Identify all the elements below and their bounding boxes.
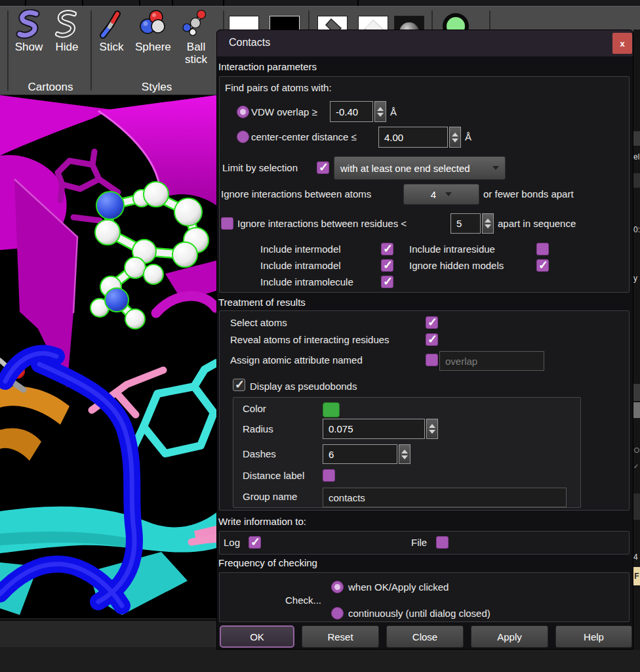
- write-info-group: Log File: [219, 531, 630, 555]
- style-stick-button[interactable]: Stick: [97, 9, 126, 53]
- cartoon-show-button[interactable]: Show: [14, 9, 43, 53]
- panel-fragment: [633, 402, 640, 418]
- assign-attribute-checkbox[interactable]: [426, 354, 438, 366]
- center-distance-radio[interactable]: [237, 131, 249, 143]
- tab-divider: [357, 0, 359, 6]
- tool-label: Hide: [56, 41, 79, 53]
- tool-label: Ball stick: [181, 41, 211, 66]
- check-continuously-label: continuously (until dialog closed): [348, 608, 490, 619]
- log-checkbox[interactable]: [249, 536, 261, 549]
- stick-icon: [97, 9, 126, 39]
- ball-stick-icon: [182, 9, 210, 39]
- reset-button[interactable]: Reset: [302, 625, 379, 648]
- status-strip: [0, 647, 640, 672]
- check-continuously-radio[interactable]: [331, 607, 344, 620]
- cartoon-hide-button[interactable]: Hide: [52, 9, 81, 53]
- panel-text-fragment: y: [633, 274, 640, 283]
- side-panel-sliver: el 0: y ✓ 4 F: [633, 30, 640, 650]
- chevron-down-icon: [492, 166, 499, 170]
- dashes-spinbox[interactable]: 6: [323, 444, 410, 464]
- vdw-overlap-label: VDW overlap ≥: [251, 106, 317, 117]
- close-dialog-button[interactable]: Close: [386, 625, 464, 648]
- dialog-titlebar[interactable]: Contacts x: [217, 30, 633, 56]
- radius-value[interactable]: 0.075: [323, 419, 425, 439]
- select-atoms-checkbox[interactable]: [426, 316, 438, 329]
- limit-selection-value: with at least one end selected: [340, 163, 470, 174]
- include-intramodel-checkbox[interactable]: [381, 259, 393, 272]
- file-checkbox[interactable]: [436, 536, 449, 549]
- help-button[interactable]: Help: [555, 625, 632, 648]
- include-intermodel-label: Include intermodel: [260, 243, 341, 255]
- center-distance-unit: Å: [465, 131, 471, 142]
- pseudobond-color-button[interactable]: [323, 402, 340, 417]
- residues-apart-label-pre: Ignore interactions between residues <: [237, 218, 407, 229]
- panel-tan-fragment: F: [633, 567, 640, 585]
- bonds-apart-value: 4: [431, 189, 436, 200]
- reveal-atoms-checkbox[interactable]: [426, 333, 438, 346]
- pseudobond-options-group: Color Radius 0.075 Dashes 6 Distance lab…: [233, 397, 581, 508]
- contacts-dialog: Contacts x Interaction parameters Find p…: [216, 30, 633, 650]
- chevron-down-icon: [445, 192, 452, 196]
- panel-text-fragment: el: [633, 152, 640, 161]
- dashes-value[interactable]: 6: [323, 444, 397, 464]
- center-distance-value[interactable]: 4.00: [378, 127, 448, 148]
- limit-selection-combo[interactable]: with at least one end selected: [334, 156, 506, 180]
- panel-fragment: [633, 131, 640, 146]
- vdw-overlap-spinbox[interactable]: -0.40: [330, 101, 386, 122]
- residues-apart-spinbox[interactable]: 5: [450, 213, 494, 234]
- attribute-name-input[interactable]: [439, 351, 544, 371]
- limit-selection-checkbox[interactable]: [317, 161, 329, 174]
- residues-apart-value[interactable]: 5: [450, 213, 481, 234]
- center-distance-label: center-center distance ≤: [251, 131, 357, 142]
- vdw-overlap-value[interactable]: -0.40: [330, 101, 373, 122]
- group-name-label: Group name: [243, 491, 297, 502]
- check-fragment: ✓: [633, 463, 640, 470]
- molecular-viewport[interactable]: [0, 95, 216, 618]
- section-frequency: Frequency of checking: [218, 557, 317, 568]
- center-distance-spin-arrows[interactable]: [449, 127, 461, 148]
- check-on-apply-label: when OK/Apply clicked: [348, 581, 449, 593]
- style-ballstick-button[interactable]: Ball stick: [181, 9, 211, 66]
- tool-label: Stick: [100, 41, 124, 53]
- radius-spinbox[interactable]: 0.075: [323, 419, 438, 439]
- panel-fragment: [633, 494, 640, 520]
- dialog-title: Contacts: [229, 37, 270, 49]
- close-button[interactable]: x: [612, 33, 632, 54]
- ok-button[interactable]: OK: [220, 625, 294, 648]
- residues-apart-checkbox[interactable]: [221, 217, 233, 230]
- apply-button[interactable]: Apply: [471, 625, 548, 648]
- distance-label-checkbox[interactable]: [323, 469, 335, 482]
- residues-apart-spin-arrows[interactable]: [482, 213, 494, 234]
- include-intraresidue-checkbox[interactable]: [536, 243, 549, 255]
- display-pseudobonds-label: Display as pseudobonds: [250, 381, 357, 392]
- ignore-hidden-models-checkbox[interactable]: [536, 259, 549, 272]
- dashes-spin-arrows[interactable]: [399, 444, 410, 464]
- bonds-apart-combo[interactable]: 4: [403, 184, 479, 205]
- include-intraresidue-label: Include intraresidue: [409, 243, 495, 255]
- panel-text-fragment: 4: [633, 553, 640, 562]
- file-label: File: [411, 537, 427, 548]
- vdw-overlap-radio[interactable]: [237, 106, 249, 118]
- bonds-apart-label-post: or fewer bonds apart: [483, 188, 574, 200]
- include-intramodel-label: Include intramodel: [260, 260, 341, 271]
- style-sphere-button[interactable]: Sphere: [135, 9, 171, 53]
- cartoon-show-icon: [14, 9, 43, 39]
- radius-spin-arrows[interactable]: [426, 419, 438, 439]
- treatment-group: Select atoms Reveal atoms of interacting…: [219, 310, 630, 511]
- include-intramolecule-checkbox[interactable]: [381, 276, 393, 288]
- group-name-input[interactable]: [323, 488, 567, 507]
- cartoon-hide-icon: [52, 9, 81, 39]
- chimerax-window: Show Hide Stick: [0, 0, 640, 672]
- tab-divider: [172, 0, 173, 6]
- toolbar-separator: [7, 10, 9, 91]
- display-pseudobonds-checkbox[interactable]: [233, 379, 245, 391]
- include-intramolecule-label: Include intramolecule: [260, 276, 353, 287]
- tool-label: Sphere: [135, 41, 171, 53]
- tab-divider: [25, 0, 26, 6]
- include-intermodel-checkbox[interactable]: [381, 243, 393, 255]
- check-on-apply-radio[interactable]: [331, 581, 344, 593]
- center-distance-spinbox[interactable]: 4.00: [378, 127, 461, 148]
- vdw-overlap-spin-arrows[interactable]: [374, 101, 386, 122]
- panel-fragment: [633, 173, 640, 188]
- section-interaction-parameters: Interaction parameters: [218, 61, 317, 72]
